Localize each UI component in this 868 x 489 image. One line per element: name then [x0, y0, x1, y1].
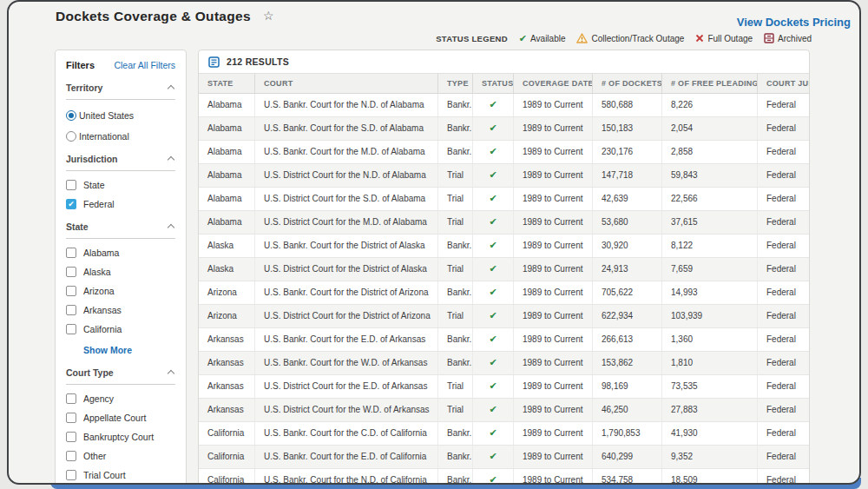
- results-document-icon: [208, 56, 220, 68]
- favorite-star-icon[interactable]: ☆: [263, 9, 274, 23]
- available-check-icon: ✔: [489, 240, 496, 250]
- cell-coverage-dates: 1989 to Current: [514, 305, 593, 327]
- cell-court-jurisdiction: Federal: [758, 305, 810, 327]
- filter-checkbox-item[interactable]: Alaska: [66, 267, 175, 277]
- column-header-court-jurisdiction[interactable]: COURT JURISDICTION: [758, 74, 810, 93]
- x-icon: [695, 34, 704, 43]
- filter-checkbox-item[interactable]: Agency: [66, 393, 175, 404]
- filter-checkbox-item[interactable]: Trial Court: [66, 470, 175, 480]
- results-bar: 212 RESULTS: [199, 50, 809, 74]
- filter-checkbox-item[interactable]: California: [66, 324, 175, 334]
- legend-item-archived: Archived: [764, 33, 812, 43]
- show-more-link[interactable]: Show More: [83, 345, 175, 355]
- checkbox-unchecked-icon: [66, 470, 76, 480]
- cell-docket-count: 98,169: [593, 375, 662, 398]
- column-header-coverage-dates[interactable]: COVERAGE DATES: [514, 74, 593, 93]
- cell-coverage-dates: 1989 to Current: [514, 281, 593, 304]
- filters-panel: Filters Clear All Filters Territory Unit…: [55, 50, 187, 485]
- cell-court-jurisdiction: Federal: [758, 94, 810, 116]
- cell-docket-count: 24,913: [593, 258, 662, 281]
- cell-state: Alabama: [199, 211, 255, 234]
- available-check-icon: ✔: [489, 451, 496, 461]
- filter-checkbox-item[interactable]: Appellate Court: [66, 413, 175, 423]
- cell-coverage-dates: 1989 to Current: [514, 164, 593, 187]
- available-check-icon: ✔: [489, 122, 496, 133]
- available-check-icon: ✔: [489, 380, 496, 391]
- cell-court-jurisdiction: Federal: [758, 375, 810, 398]
- filter-checkbox-item[interactable]: Other: [66, 451, 175, 461]
- cell-coverage-dates: 1989 to Current: [514, 375, 593, 398]
- column-header-num-dockets[interactable]: # OF DOCKETS: [593, 74, 662, 93]
- cell-type: Trial: [438, 375, 473, 398]
- cell-free-pleadings: 8,226: [662, 94, 758, 116]
- cell-court-jurisdiction: Federal: [758, 281, 810, 304]
- column-header-state[interactable]: STATE: [199, 74, 255, 93]
- cell-court: U.S. Bankr. Court for the N.D. of Alabam…: [255, 94, 438, 116]
- cell-status: ✔: [473, 188, 514, 210]
- table-row: Alabama U.S. Bankr. Court for the M.D. o…: [199, 141, 809, 164]
- cell-free-pleadings: 41,930: [662, 422, 758, 445]
- state-section-header[interactable]: State: [66, 221, 175, 239]
- cell-court-jurisdiction: Federal: [758, 211, 810, 234]
- cell-state: Arkansas: [199, 399, 255, 421]
- cell-docket-count: 53,680: [593, 211, 662, 234]
- cell-coverage-dates: 1989 to Current: [514, 211, 593, 234]
- table-row: Alabama U.S. District Court for the M.D.…: [199, 211, 809, 235]
- court-type-section-header[interactable]: Court Type: [66, 367, 175, 385]
- cell-status: ✔: [473, 375, 514, 398]
- cell-status: ✔: [473, 211, 514, 234]
- cell-docket-count: 266,613: [593, 328, 662, 351]
- column-header-num-free-pleadings[interactable]: # OF FREE PLEADINGS: [662, 74, 758, 93]
- cell-docket-count: 46,250: [593, 399, 662, 421]
- cell-docket-count: 705,622: [593, 281, 662, 304]
- cell-state: California: [199, 446, 255, 468]
- coverage-table-card: 212 RESULTS STATE COURT TYPE STATUS COVE…: [198, 50, 810, 485]
- cell-state: Alaska: [199, 235, 255, 257]
- clear-all-filters-link[interactable]: Clear All Filters: [114, 60, 175, 70]
- checkbox-unchecked-icon: [66, 180, 76, 190]
- jurisdiction-checkbox-state[interactable]: State: [66, 180, 175, 190]
- territory-radio-international[interactable]: International: [66, 131, 175, 142]
- filters-title: Filters: [66, 60, 95, 70]
- cell-court: U.S. Bankr. Court for the M.D. of Alabam…: [255, 141, 438, 163]
- legend-item-collection-track-outage: Collection/Track Outage: [576, 33, 684, 43]
- cell-coverage-dates: 1989 to Current: [514, 235, 593, 257]
- available-check-icon: ✔: [489, 357, 496, 367]
- cell-court-jurisdiction: Federal: [758, 446, 810, 468]
- available-check-icon: ✔: [489, 427, 496, 438]
- filter-checkbox-item[interactable]: Arkansas: [66, 305, 175, 315]
- territory-radio-united-states[interactable]: United States: [66, 110, 175, 121]
- cell-free-pleadings: 22,566: [662, 188, 758, 210]
- available-check-icon: ✔: [489, 146, 496, 156]
- column-header-type[interactable]: TYPE: [438, 74, 473, 93]
- cell-docket-count: 534,758: [593, 469, 662, 485]
- column-header-status[interactable]: STATUS: [473, 74, 514, 93]
- table-row: Alabama U.S. Bankr. Court for the S.D. o…: [199, 117, 809, 141]
- cell-type: Bankr.: [438, 328, 473, 351]
- cell-court: U.S. District Court for the S.D. of Alab…: [255, 188, 438, 210]
- filter-checkbox-item[interactable]: Bankruptcy Court: [66, 432, 175, 442]
- cell-type: Bankr.: [438, 352, 473, 374]
- filter-checkbox-item[interactable]: Arizona: [66, 286, 175, 296]
- territory-section-header[interactable]: Territory: [66, 83, 175, 100]
- jurisdiction-section-header[interactable]: Jurisdiction: [66, 154, 175, 171]
- jurisdiction-checkbox-federal[interactable]: ✔ Federal: [66, 199, 175, 209]
- available-check-icon: ✔: [489, 334, 496, 344]
- table-row: Alaska U.S. District Court for the Distr…: [199, 258, 809, 281]
- table-row: Arkansas U.S. District Court for the E.D…: [199, 375, 809, 399]
- column-header-court[interactable]: COURT: [255, 74, 438, 93]
- table-row: California U.S. Bankr. Court for the C.D…: [199, 422, 809, 446]
- warning-triangle-icon: [576, 33, 588, 43]
- cell-docket-count: 580,688: [593, 94, 662, 116]
- status-legend: STATUS LEGEND ✔ Available Collection/Tra…: [436, 33, 812, 43]
- view-dockets-pricing-link[interactable]: View Dockets Pricing: [737, 16, 851, 29]
- filter-checkbox-item[interactable]: Alabama: [66, 248, 175, 258]
- page-title: Dockets Coverage & Outages: [56, 9, 251, 24]
- cell-coverage-dates: 1989 to Current: [514, 399, 593, 421]
- cell-court: U.S. Bankr. Court for the S.D. of Alabam…: [255, 117, 438, 140]
- checkbox-unchecked-icon: [66, 286, 76, 296]
- cell-court-jurisdiction: Federal: [758, 141, 810, 163]
- chevron-up-icon: [168, 156, 174, 163]
- cell-state: Alabama: [199, 117, 255, 140]
- cell-court-jurisdiction: Federal: [758, 258, 810, 281]
